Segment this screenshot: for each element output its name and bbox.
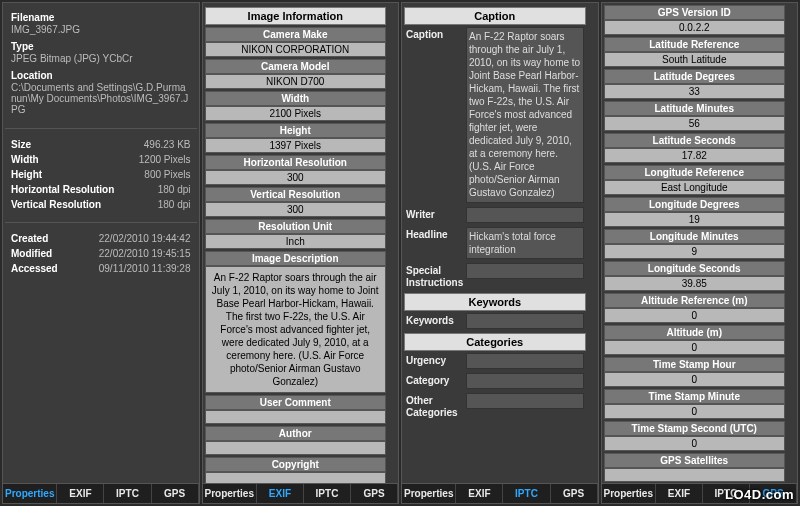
- tab-properties[interactable]: Properties: [602, 484, 656, 503]
- tab-gps[interactable]: GPS: [351, 484, 398, 503]
- tab-iptc[interactable]: IPTC: [703, 484, 750, 503]
- longitude-reference-label: Longitude Reference: [604, 165, 786, 180]
- hres-label: Horizontal Resolution: [205, 155, 387, 170]
- panel-properties: Filename IMG_3967.JPG Type JPEG Bitmap (…: [2, 2, 200, 504]
- vres-input[interactable]: 300: [205, 202, 387, 217]
- timestamp-second-label: Time Stamp Second (UTC): [604, 421, 786, 436]
- tab-gps[interactable]: GPS: [750, 484, 797, 503]
- modified-label: Modified: [11, 248, 52, 259]
- section-keywords: Keywords: [404, 293, 586, 311]
- tab-exif[interactable]: EXIF: [456, 484, 503, 503]
- tab-gps[interactable]: GPS: [551, 484, 598, 503]
- latitude-seconds-input[interactable]: 17.82: [604, 148, 786, 163]
- altitude-reference-input[interactable]: 0: [604, 308, 786, 323]
- accessed-value: 09/11/2010 11:39:28: [99, 263, 191, 274]
- height-label: Height: [205, 123, 387, 138]
- camera-make-label: Camera Make: [205, 27, 387, 42]
- image-description-input[interactable]: An F-22 Raptor soars through the air Jul…: [205, 266, 387, 393]
- tab-properties[interactable]: Properties: [203, 484, 257, 503]
- filetype-value: JPEG Bitmap (JPG) YCbCr: [11, 53, 191, 67]
- special-instructions-row: Special Instructions: [406, 263, 584, 289]
- tab-gps[interactable]: GPS: [152, 484, 199, 503]
- special-instructions-input[interactable]: [466, 263, 584, 279]
- tab-exif[interactable]: EXIF: [57, 484, 104, 503]
- author-label: Author: [205, 426, 387, 441]
- other-categories-row: Other Categories: [406, 393, 584, 419]
- gps-scroll[interactable]: GPS Version ID 0.0.2.2 Latitude Referenc…: [604, 5, 796, 483]
- hres-input[interactable]: 300: [205, 170, 387, 185]
- latitude-minutes-input[interactable]: 56: [604, 116, 786, 131]
- divider: [5, 222, 197, 223]
- modified-value: 22/02/2010 19:45:15: [99, 248, 191, 259]
- section-categories: Categories: [404, 333, 586, 351]
- timestamp-hour-label: Time Stamp Hour: [604, 357, 786, 372]
- urgency-input[interactable]: [466, 353, 584, 369]
- gps-version-id-label: GPS Version ID: [604, 5, 786, 20]
- vres-label: Vertical Resolution: [11, 199, 101, 210]
- width-input[interactable]: 2100 Pixels: [205, 106, 387, 121]
- exif-scroll[interactable]: Image Information Camera Make NIKON CORP…: [205, 5, 397, 483]
- timestamp-hour-input[interactable]: 0: [604, 372, 786, 387]
- camera-make-input[interactable]: NIKON CORPORATION: [205, 42, 387, 57]
- section-caption: Caption: [404, 7, 586, 25]
- resunit-input[interactable]: Inch: [205, 234, 387, 249]
- caption-row: Caption An F-22 Raptor soars through the…: [406, 27, 584, 203]
- tabs-panel2: Properties EXIF IPTC GPS: [203, 483, 399, 503]
- timestamp-second-input[interactable]: 0: [604, 436, 786, 451]
- longitude-minutes-input[interactable]: 9: [604, 244, 786, 259]
- file-basic-group: Filename IMG_3967.JPG Type JPEG Bitmap (…: [5, 5, 197, 124]
- user-comment-input[interactable]: [205, 410, 387, 424]
- accessed-row: Accessed09/11/2010 11:39:28: [11, 261, 191, 276]
- height-input[interactable]: 1397 Pixels: [205, 138, 387, 153]
- longitude-reference-input[interactable]: East Longitude: [604, 180, 786, 195]
- tab-exif[interactable]: EXIF: [656, 484, 703, 503]
- image-description-label: Image Description: [205, 251, 387, 266]
- gps-satellites-input[interactable]: [604, 468, 786, 482]
- iptc-scroll[interactable]: Caption Caption An F-22 Raptor soars thr…: [404, 5, 596, 483]
- writer-input[interactable]: [466, 207, 584, 223]
- tab-properties[interactable]: Properties: [402, 484, 456, 503]
- tab-exif[interactable]: EXIF: [257, 484, 304, 503]
- tab-iptc[interactable]: IPTC: [503, 484, 550, 503]
- copyright-input[interactable]: [205, 472, 387, 483]
- panel-body: Caption Caption An F-22 Raptor soars thr…: [402, 3, 598, 483]
- urgency-label: Urgency: [406, 353, 460, 367]
- file-dates-group: Created22/02/2010 19:44:42 Modified22/02…: [5, 227, 197, 282]
- vres-row: Vertical Resolution180 dpi: [11, 197, 191, 212]
- width-row: Width1200 Pixels: [11, 152, 191, 167]
- latitude-degrees-input[interactable]: 33: [604, 84, 786, 99]
- hres-row: Horizontal Resolution180 dpi: [11, 182, 191, 197]
- longitude-degrees-label: Longitude Degrees: [604, 197, 786, 212]
- tab-iptc[interactable]: IPTC: [304, 484, 351, 503]
- panel-gps: GPS Version ID 0.0.2.2 Latitude Referenc…: [601, 2, 799, 504]
- category-row: Category: [406, 373, 584, 389]
- longitude-seconds-label: Longitude Seconds: [604, 261, 786, 276]
- tab-properties[interactable]: Properties: [3, 484, 57, 503]
- latitude-reference-input[interactable]: South Latitude: [604, 52, 786, 67]
- filetype-label: Type: [11, 38, 191, 53]
- headline-row: Headline Hickam's total force integratio…: [406, 227, 584, 259]
- category-input[interactable]: [466, 373, 584, 389]
- size-label: Size: [11, 139, 31, 150]
- camera-model-input[interactable]: NIKON D700: [205, 74, 387, 89]
- tab-iptc[interactable]: IPTC: [104, 484, 151, 503]
- headline-input[interactable]: Hickam's total force integration: [466, 227, 584, 259]
- caption-input[interactable]: An F-22 Raptor soars through the air Jul…: [466, 27, 584, 203]
- panel-iptc: Caption Caption An F-22 Raptor soars thr…: [401, 2, 599, 504]
- keywords-label: Keywords: [406, 313, 460, 327]
- panel-exif: Image Information Camera Make NIKON CORP…: [202, 2, 400, 504]
- app-root: Filename IMG_3967.JPG Type JPEG Bitmap (…: [0, 0, 800, 506]
- panel-body: Filename IMG_3967.JPG Type JPEG Bitmap (…: [3, 3, 199, 483]
- panel-body: GPS Version ID 0.0.2.2 Latitude Referenc…: [602, 3, 798, 483]
- longitude-degrees-input[interactable]: 19: [604, 212, 786, 227]
- longitude-seconds-input[interactable]: 39.85: [604, 276, 786, 291]
- other-categories-label: Other Categories: [406, 393, 460, 419]
- timestamp-minute-input[interactable]: 0: [604, 404, 786, 419]
- other-categories-input[interactable]: [466, 393, 584, 409]
- gps-version-id-input[interactable]: 0.0.2.2: [604, 20, 786, 35]
- author-input[interactable]: [205, 441, 387, 455]
- width-label: Width: [205, 91, 387, 106]
- height-row: Height800 Pixels: [11, 167, 191, 182]
- keywords-input[interactable]: [466, 313, 584, 329]
- altitude-input[interactable]: 0: [604, 340, 786, 355]
